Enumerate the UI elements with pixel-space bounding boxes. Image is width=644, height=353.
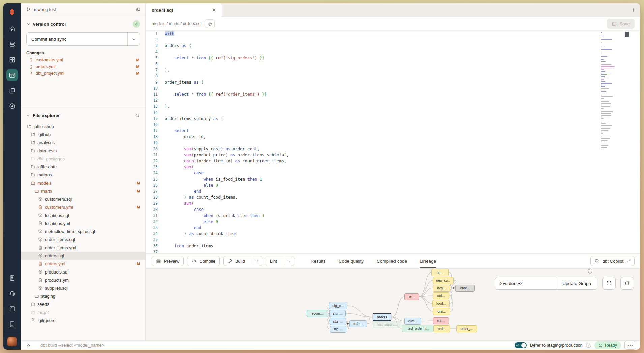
code-editor[interactable]: 1with23orders as (45 select * from {{ re… xyxy=(146,30,640,253)
code-line[interactable]: 15order_items_summary as ( xyxy=(146,116,640,122)
lineage-node[interactable]: orde.... xyxy=(349,320,367,327)
lineage-selector-input[interactable] xyxy=(495,277,556,289)
code-line[interactable]: 10 xyxy=(146,85,640,91)
tab-results[interactable]: Results xyxy=(311,254,326,268)
help-icon[interactable]: ? xyxy=(586,343,591,348)
version-control-header[interactable]: Version control 3 xyxy=(21,18,145,30)
tree-item-products-sql[interactable]: products.sql xyxy=(21,268,145,276)
tree-item-analyses[interactable]: analyses xyxy=(21,138,145,147)
code-line[interactable]: 7), xyxy=(146,67,640,73)
lineage-node[interactable]: ord... xyxy=(433,325,450,332)
changed-file-row[interactable]: orders.ymlM xyxy=(21,63,145,70)
code-line[interactable]: 12 xyxy=(146,97,640,103)
lineage-node[interactable]: cus... xyxy=(433,317,449,324)
code-line[interactable]: 22 count(order_item_id) as count_order_i… xyxy=(146,158,640,164)
tab-code-quality[interactable]: Code quality xyxy=(339,254,364,268)
build-button[interactable]: Build xyxy=(223,256,262,266)
lineage-node[interactable]: stg_... xyxy=(330,326,346,333)
code-line[interactable]: 32 else 0 xyxy=(146,219,640,225)
tree-item-supplies-sql[interactable]: supplies.sql xyxy=(21,284,145,292)
new-tab-button[interactable] xyxy=(626,3,640,17)
code-line[interactable]: 5 select * from {{ ref('stg_orders') }} xyxy=(146,55,640,61)
code-line[interactable]: 37 xyxy=(146,249,640,253)
search-icon[interactable] xyxy=(135,113,140,118)
code-line[interactable]: 36 from order_items xyxy=(146,243,640,249)
open-in-lineage-button[interactable] xyxy=(205,19,215,28)
tree-item-metricflow-time-spine-sql[interactable]: metricflow_time_spine.sql xyxy=(21,227,145,235)
lineage-node[interactable]: drin... xyxy=(433,308,450,315)
code-line[interactable]: 4 xyxy=(146,49,640,55)
commit-and-sync-button[interactable]: Commit and sync xyxy=(26,32,140,46)
rail-terminal-button[interactable] xyxy=(3,316,21,332)
code-line[interactable]: 23 sum( xyxy=(146,164,640,170)
code-line[interactable]: 9order_items as ( xyxy=(146,79,640,85)
code-line[interactable]: 16 xyxy=(146,122,640,128)
code-line[interactable]: 27 end xyxy=(146,188,640,194)
code-line[interactable]: 20 sum(supply_cost) as order_cost, xyxy=(146,146,640,152)
tab-orders-sql[interactable]: orders.sql xyxy=(146,3,222,17)
code-line[interactable]: 33 end xyxy=(146,225,640,231)
tab-lineage[interactable]: Lineage xyxy=(420,254,436,268)
lineage-node[interactable]: orders xyxy=(373,313,391,321)
code-line[interactable]: 34 ) as count_drink_items xyxy=(146,231,640,237)
code-line[interactable]: 28 ) as count_food_items, xyxy=(146,194,640,200)
tree-item-orders-yml[interactable]: orders.ymlM xyxy=(21,260,145,268)
lint-button[interactable]: Lint xyxy=(266,256,294,266)
tree-item-marts[interactable]: martsM xyxy=(21,187,145,195)
tab-compiled-code[interactable]: Compiled code xyxy=(377,254,407,268)
tree-item-data-tests[interactable]: data-tests xyxy=(21,147,145,155)
tree-item-jaffle-shop[interactable]: jaffle-shop xyxy=(21,122,145,130)
command-input[interactable]: dbt build --select <model_name> xyxy=(36,343,515,348)
dbt-copilot-button[interactable]: dbt Copilot xyxy=(590,256,635,266)
tree-item-orders-sql[interactable]: orders.sql xyxy=(21,252,145,260)
code-line[interactable]: 18 order_id, xyxy=(146,134,640,140)
file-explorer-header[interactable]: File explorer xyxy=(21,109,145,121)
changed-file-row[interactable]: customers.ymlM xyxy=(21,57,145,63)
tree-item-locations-yml[interactable]: locations.yml xyxy=(21,219,145,227)
dbt-logo[interactable] xyxy=(3,3,21,21)
rail-support-button[interactable] xyxy=(3,285,21,301)
code-line[interactable]: 3orders as ( xyxy=(146,43,640,49)
rail-projects-button[interactable] xyxy=(3,83,21,98)
tree-item-products-yml[interactable]: products.yml xyxy=(21,276,145,284)
code-line[interactable]: 24 case xyxy=(146,170,640,176)
tree-item-jaffle-data[interactable]: jaffle-data xyxy=(21,163,145,171)
tree-item-macros[interactable]: macros xyxy=(21,171,145,179)
lineage-node[interactable]: cust... xyxy=(404,318,421,325)
tree-item-order-items-yml[interactable]: order_items.yml xyxy=(21,244,145,252)
copy-icon[interactable] xyxy=(136,7,141,12)
update-graph-button[interactable]: Update Graph xyxy=(556,277,597,289)
commit-options-caret[interactable] xyxy=(127,33,140,45)
tree-item--gitignore[interactable]: .gitignore xyxy=(21,316,145,324)
lineage-node[interactable]: order_... xyxy=(456,325,477,332)
expand-command-bar-button[interactable] xyxy=(21,343,36,347)
more-options-button[interactable] xyxy=(624,341,636,350)
tree-item-dbt-packages[interactable]: dbt_packages xyxy=(21,155,145,163)
user-avatar[interactable] xyxy=(7,337,17,346)
lineage-node[interactable]: ord... xyxy=(433,292,449,299)
rail-clipboard-button[interactable] xyxy=(3,270,21,285)
tree-item-staging[interactable]: staging xyxy=(21,292,145,300)
tree-item-customers-yml[interactable]: customers.ymlM xyxy=(21,203,145,211)
code-line[interactable]: 35 xyxy=(146,237,640,243)
lineage-node[interactable]: larg... xyxy=(433,285,450,292)
tree-item-locations-sql[interactable]: locations.sql xyxy=(21,211,145,219)
tree-item-seeds[interactable]: seeds xyxy=(21,300,145,308)
code-line[interactable]: 11 select * from {{ ref('order_items') }… xyxy=(146,91,640,97)
tree-item-models[interactable]: modelsM xyxy=(21,179,145,187)
code-line[interactable]: 6 xyxy=(146,61,640,67)
code-line[interactable]: 31 when is_drink_item then 1 xyxy=(146,213,640,219)
code-line[interactable]: 8 xyxy=(146,73,640,79)
changed-file-row[interactable]: dbt_project.ymlM xyxy=(21,70,145,77)
code-line[interactable]: 13), xyxy=(146,103,640,109)
lineage-node[interactable]: stg_... xyxy=(329,310,346,317)
rail-deploy-button[interactable] xyxy=(3,36,21,52)
tree-item-customers-sql[interactable]: customers.sql xyxy=(21,195,145,203)
lineage-node[interactable]: or... xyxy=(404,293,419,300)
code-line[interactable]: 29 sum( xyxy=(146,200,640,206)
code-line[interactable]: 25 when is_food_item then 1 xyxy=(146,176,640,182)
rail-docs-button[interactable] xyxy=(3,301,21,316)
lineage-node[interactable]: test_supply... xyxy=(373,321,401,328)
minimap[interactable] xyxy=(601,32,623,150)
lineage-node[interactable]: stg_... xyxy=(330,318,346,325)
